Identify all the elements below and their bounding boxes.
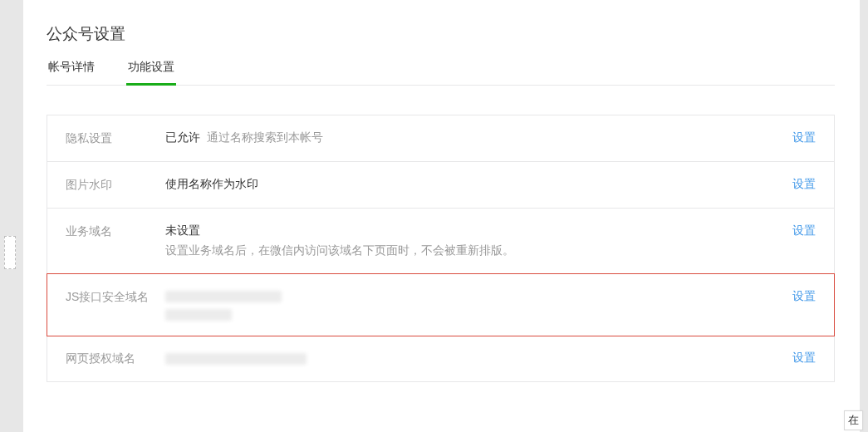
tab-function-settings[interactable]: 功能设置 (126, 60, 176, 85)
row-privacy: 隐私设置 已允许 通过名称搜索到本帐号 设置 (47, 115, 834, 162)
tabs-bar: 帐号详情 功能设置 (47, 60, 835, 86)
row-js-domain: JS接口安全域名 设置 (47, 273, 835, 336)
row-biz-domain: 业务域名 未设置 设置业务域名后，在微信内访问该域名下页面时，不会被重新排版。 … (47, 209, 834, 274)
tab-account-details[interactable]: 帐号详情 (47, 60, 96, 85)
row-label-biz-domain: 业务域名 (66, 223, 165, 239)
decorative-sliver (4, 236, 16, 269)
biz-domain-desc: 设置业务域名后，在微信内访问该域名下页面时，不会被重新排版。 (165, 243, 776, 258)
biz-domain-settings-link[interactable]: 设置 (792, 223, 816, 237)
redacted-value (165, 291, 282, 302)
js-domain-settings-link[interactable]: 设置 (792, 289, 816, 302)
page-title: 公众号设置 (47, 23, 835, 45)
settings-list: 隐私设置 已允许 通过名称搜索到本帐号 设置 图片水印 使用名称作为水印 设置 … (47, 115, 835, 382)
privacy-settings-link[interactable]: 设置 (792, 130, 816, 144)
redacted-value (165, 309, 232, 321)
watermark-settings-link[interactable]: 设置 (792, 177, 816, 190)
ime-candidate: 在 (844, 410, 863, 430)
privacy-status: 已允许 (165, 130, 200, 144)
biz-domain-value: 未设置 (165, 223, 776, 238)
row-oauth-domain: 网页授权域名 设置 (47, 336, 834, 381)
redacted-value (165, 353, 306, 365)
row-label-js-domain: JS接口安全域名 (66, 289, 165, 305)
row-watermark: 图片水印 使用名称作为水印 设置 (47, 162, 834, 209)
row-label-oauth-domain: 网页授权域名 (66, 351, 165, 366)
watermark-value: 使用名称作为水印 (165, 177, 258, 190)
oauth-domain-settings-link[interactable]: 设置 (792, 351, 816, 364)
row-label-watermark: 图片水印 (66, 177, 165, 193)
row-label-privacy: 隐私设置 (66, 130, 165, 146)
privacy-status-desc: 通过名称搜索到本帐号 (207, 130, 323, 144)
settings-panel: 公众号设置 帐号详情 功能设置 隐私设置 已允许 通过名称搜索到本帐号 设置 图… (23, 0, 860, 432)
